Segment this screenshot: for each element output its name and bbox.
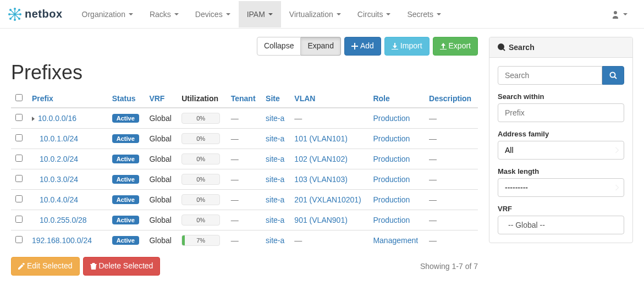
- within-input[interactable]: [498, 103, 624, 122]
- prefix-link[interactable]: 10.0.3.0/24: [40, 175, 78, 184]
- address-family-select[interactable]: All: [498, 141, 624, 160]
- site-link[interactable]: site-a: [266, 114, 284, 123]
- prefix-link[interactable]: 10.0.4.0/24: [40, 195, 78, 204]
- row-checkbox[interactable]: [15, 216, 23, 223]
- caret-down-icon: [623, 13, 628, 15]
- nav-label: Virtualization: [289, 10, 333, 19]
- col-status[interactable]: Status: [112, 94, 136, 103]
- col-vlan[interactable]: VLAN: [294, 94, 315, 103]
- vlan-link[interactable]: 901 (VLAN901): [294, 216, 348, 224]
- edit-selected-button[interactable]: Edit Selected: [11, 257, 80, 276]
- role-link[interactable]: Management: [373, 236, 418, 245]
- brand-link[interactable]: netbox: [8, 8, 74, 21]
- description-cell: —: [429, 175, 437, 184]
- role-link[interactable]: Production: [373, 195, 410, 204]
- prefix-link[interactable]: 10.0.255.0/28: [40, 216, 87, 224]
- nav-item: Virtualization: [281, 1, 349, 28]
- nav-link-virtualization[interactable]: Virtualization: [281, 1, 349, 28]
- tenant-cell: —: [231, 114, 239, 123]
- tenant-cell: —: [231, 216, 239, 224]
- vlan-link[interactable]: 102 (VLAN102): [294, 155, 348, 163]
- description-cell: —: [429, 155, 437, 163]
- search-submit-button[interactable]: [602, 66, 624, 85]
- row-checkbox[interactable]: [15, 236, 23, 243]
- status-badge: Active: [112, 175, 139, 184]
- col-utilization: Utilization: [181, 94, 218, 103]
- description-cell: —: [429, 134, 437, 143]
- site-link[interactable]: site-a: [266, 134, 284, 143]
- prefix-link[interactable]: 10.0.0.0/16: [38, 114, 76, 123]
- vrf-cell: Global: [145, 189, 177, 210]
- table-row: 192.168.100.0/24ActiveGlobal7%—site-a—Ma…: [11, 230, 478, 250]
- vlan-link[interactable]: 201 (VXLAN10201): [294, 195, 361, 204]
- nav-link-ipam[interactable]: IPAM: [239, 1, 281, 28]
- nav-label: Circuits: [357, 10, 383, 19]
- description-cell: —: [429, 236, 437, 245]
- table-row: 10.0.4.0/24ActiveGlobal0%—site-a201 (VXL…: [11, 189, 478, 210]
- search-heading-text: Search: [509, 43, 535, 52]
- nav-label: Racks: [150, 10, 171, 19]
- utilization-bar: 0%: [181, 215, 220, 226]
- col-vrf[interactable]: VRF: [149, 94, 164, 103]
- vlan-link[interactable]: 101 (VLAN101): [294, 134, 348, 143]
- description-cell: —: [429, 114, 437, 123]
- mask-length-select[interactable]: ---------: [498, 178, 624, 197]
- tree-expand-icon[interactable]: [32, 117, 35, 121]
- row-checkbox[interactable]: [15, 175, 23, 182]
- col-prefix[interactable]: Prefix: [32, 94, 53, 103]
- svg-line-14: [615, 77, 617, 79]
- description-cell: —: [429, 216, 437, 224]
- row-checkbox[interactable]: [15, 155, 23, 162]
- nav-link-devices[interactable]: Devices: [187, 1, 239, 28]
- nav-link-organization[interactable]: Organization: [74, 1, 141, 28]
- prefix-link[interactable]: 10.0.1.0/24: [40, 134, 78, 143]
- role-link[interactable]: Production: [373, 134, 410, 143]
- site-link[interactable]: site-a: [266, 216, 284, 224]
- site-link[interactable]: site-a: [266, 175, 284, 184]
- expand-button[interactable]: Expand: [301, 37, 340, 56]
- caret-down-icon: [337, 13, 341, 15]
- search-input[interactable]: [498, 66, 602, 85]
- collapse-button[interactable]: Collapse: [257, 37, 301, 56]
- vrf-select[interactable]: -- Global --: [498, 216, 624, 234]
- vrf-cell: Global: [145, 230, 177, 250]
- import-button[interactable]: Import: [384, 37, 430, 56]
- user-menu[interactable]: [603, 1, 636, 28]
- prefix-link[interactable]: 10.0.2.0/24: [40, 155, 78, 163]
- nav-item: Secrets: [399, 1, 449, 28]
- table-row: 10.0.0.0/16ActiveGlobal0%—site-a—Product…: [11, 108, 478, 129]
- site-link[interactable]: site-a: [266, 155, 284, 163]
- role-link[interactable]: Production: [373, 216, 410, 224]
- role-link[interactable]: Production: [373, 155, 410, 163]
- col-role[interactable]: Role: [373, 94, 389, 103]
- vlan-cell: —: [294, 236, 302, 245]
- status-badge: Active: [112, 216, 139, 224]
- select-all-checkbox[interactable]: [15, 94, 23, 101]
- nav-link-racks[interactable]: Racks: [141, 1, 187, 28]
- col-site[interactable]: Site: [266, 94, 280, 103]
- caret-down-icon: [268, 13, 273, 15]
- col-tenant[interactable]: Tenant: [231, 94, 256, 103]
- prefix-link[interactable]: 192.168.100.0/24: [32, 236, 92, 245]
- role-link[interactable]: Production: [373, 114, 410, 123]
- export-button[interactable]: Export: [433, 37, 478, 56]
- row-checkbox[interactable]: [15, 134, 23, 141]
- role-link[interactable]: Production: [373, 175, 410, 184]
- caret-down-icon: [386, 13, 390, 15]
- site-link[interactable]: site-a: [266, 236, 284, 245]
- nav-link-secrets[interactable]: Secrets: [399, 1, 449, 28]
- utilization-text: 0%: [182, 195, 219, 205]
- vrf-option: -- Global --: [504, 221, 545, 229]
- add-button[interactable]: Add: [344, 37, 381, 56]
- col-description[interactable]: Description: [429, 94, 471, 103]
- row-checkbox[interactable]: [15, 114, 23, 121]
- nav-link-circuits[interactable]: Circuits: [349, 1, 399, 28]
- site-link[interactable]: site-a: [266, 195, 284, 204]
- mask-length-label: Mask length: [498, 167, 624, 175]
- delete-selected-button[interactable]: Delete Selected: [83, 257, 161, 276]
- count-text: Showing 1-7 of 7: [420, 262, 478, 271]
- row-checkbox[interactable]: [15, 195, 23, 202]
- utilization-text: 0%: [182, 113, 219, 123]
- table-row: 10.0.255.0/28ActiveGlobal0%—site-a901 (V…: [11, 210, 478, 230]
- vlan-link[interactable]: 103 (VLAN103): [294, 175, 348, 184]
